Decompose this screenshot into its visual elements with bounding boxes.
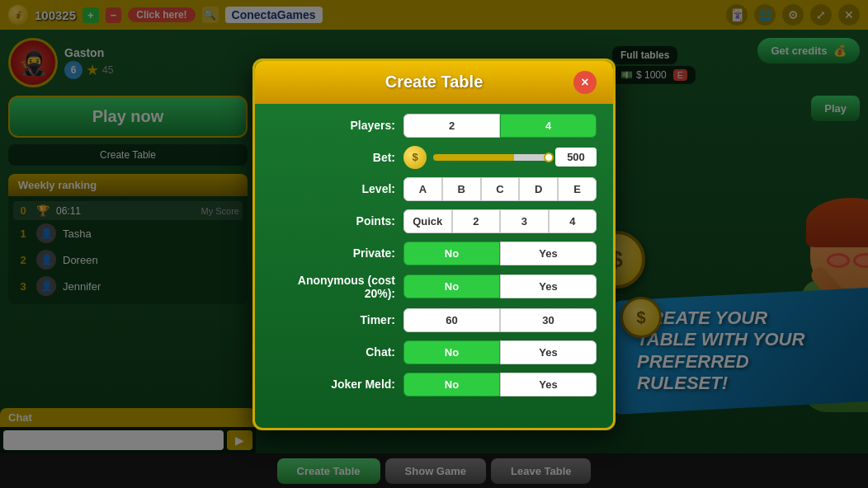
modal-overlay: Create Table × Players: 2 4 Bet: $ xyxy=(0,0,868,488)
anonymous-label: Anonymous (cost 20%): xyxy=(271,274,395,300)
points-label: Points: xyxy=(271,214,395,228)
level-d-button[interactable]: D xyxy=(519,177,558,201)
points-control: Quick 2 3 4 xyxy=(403,209,597,233)
joker-meld-yes-button[interactable]: Yes xyxy=(500,373,597,396)
points-4-button[interactable]: 4 xyxy=(549,209,597,233)
points-row: Points: Quick 2 3 4 xyxy=(271,209,597,233)
joker-meld-label: Joker Meld: xyxy=(271,378,395,391)
level-a-button[interactable]: A xyxy=(403,177,442,201)
private-yes-button[interactable]: Yes xyxy=(500,242,597,265)
chat-control: No Yes xyxy=(403,340,597,364)
bet-slider[interactable] xyxy=(433,154,549,161)
modal-body: Players: 2 4 Bet: $ 500 xyxy=(255,104,613,415)
bet-value: 500 xyxy=(555,148,597,167)
timer-control: 60 30 xyxy=(403,308,597,332)
level-b-button[interactable]: B xyxy=(442,177,481,201)
level-row: Level: A B C D E xyxy=(271,177,597,201)
timer-label: Timer: xyxy=(271,313,395,326)
points-3-button[interactable]: 3 xyxy=(500,209,549,233)
level-label: Level: xyxy=(271,182,395,195)
private-label: Private: xyxy=(271,246,395,260)
private-row: Private: No Yes xyxy=(271,242,597,265)
chat-yes-button[interactable]: Yes xyxy=(500,340,597,364)
anonymous-control: No Yes xyxy=(403,274,597,298)
level-e-button[interactable]: E xyxy=(558,177,597,201)
joker-meld-control: No Yes xyxy=(403,373,597,396)
modal-title: Create Table xyxy=(295,73,573,92)
chat-row: Chat: No Yes xyxy=(271,340,597,364)
modal-close-button[interactable]: × xyxy=(573,71,597,94)
bet-row: Bet: $ 500 xyxy=(271,146,597,169)
joker-meld-row: Joker Meld: No Yes xyxy=(271,373,597,396)
private-control: No Yes xyxy=(403,242,597,265)
level-control: A B C D E xyxy=(403,177,597,201)
bet-label: Bet: xyxy=(271,151,395,164)
anonymous-no-button[interactable]: No xyxy=(403,274,500,298)
bet-control: $ 500 xyxy=(403,146,597,169)
modal-header: Create Table × xyxy=(255,61,613,104)
players-control: 2 4 xyxy=(403,114,597,138)
chat-no-button[interactable]: No xyxy=(403,340,500,364)
timer-row: Timer: 60 30 xyxy=(271,308,597,332)
points-quick-button[interactable]: Quick xyxy=(403,209,452,233)
anonymous-row: Anonymous (cost 20%): No Yes xyxy=(271,274,597,300)
timer-60-button[interactable]: 60 xyxy=(403,308,500,332)
bet-coin-icon: $ xyxy=(403,146,427,169)
players-2-button[interactable]: 2 xyxy=(403,114,500,138)
points-2-button[interactable]: 2 xyxy=(452,209,501,233)
private-no-button[interactable]: No xyxy=(403,242,500,265)
players-row: Players: 2 4 xyxy=(271,114,597,138)
chat-label: Chat: xyxy=(271,345,395,359)
timer-30-button[interactable]: 30 xyxy=(500,308,597,332)
players-4-button[interactable]: 4 xyxy=(500,114,597,138)
create-table-modal: Create Table × Players: 2 4 Bet: $ xyxy=(252,59,616,430)
players-label: Players: xyxy=(271,119,395,132)
anonymous-yes-button[interactable]: Yes xyxy=(500,274,597,298)
level-c-button[interactable]: C xyxy=(481,177,520,201)
joker-meld-no-button[interactable]: No xyxy=(403,373,500,396)
